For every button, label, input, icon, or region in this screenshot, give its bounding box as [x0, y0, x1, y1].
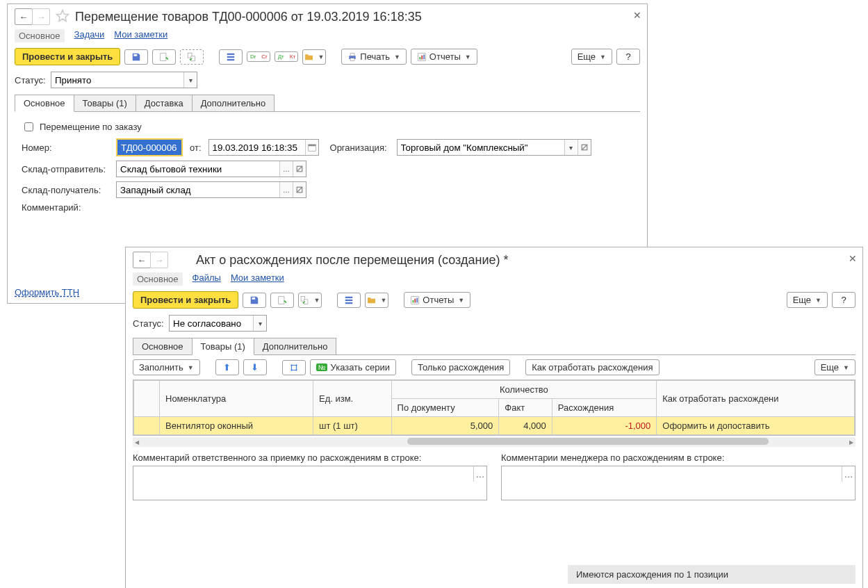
nav2-notes[interactable]: Мои заметки	[231, 272, 284, 286]
more-button-2[interactable]: Еще▼	[787, 292, 828, 308]
move-up-button[interactable]: ⬆	[215, 359, 239, 375]
favorite-icon[interactable]	[56, 9, 69, 25]
post-button[interactable]	[152, 49, 176, 65]
status-combo-2[interactable]: ▾	[169, 315, 267, 332]
cell-unit[interactable]: шт (1 шт)	[313, 417, 391, 435]
close-icon-2[interactable]: ✕	[849, 253, 857, 264]
svg-rect-6	[227, 56, 235, 57]
ttn-link[interactable]: Оформить ТТН	[15, 287, 79, 297]
col-diff[interactable]: Расхождения	[552, 399, 656, 417]
post-button-2[interactable]	[270, 293, 294, 308]
post-and-close-button-2[interactable]: Провести и закрыть	[133, 291, 238, 309]
close-icon[interactable]: ✕	[633, 10, 641, 21]
post-and-close-button[interactable]: Провести и закрыть	[15, 48, 120, 65]
date-input[interactable]	[209, 140, 305, 155]
help-button[interactable]: ?	[616, 49, 640, 65]
col-fact[interactable]: Факт	[499, 399, 552, 417]
only-diff-button[interactable]: Только расхождения	[411, 359, 510, 375]
save-button-2[interactable]	[243, 293, 266, 308]
receiver-combo[interactable]: …	[116, 181, 306, 198]
col-nomenclature[interactable]: Номенклатура	[160, 381, 313, 417]
attach-folder-button-2[interactable]: ▼	[365, 293, 388, 308]
date-combo[interactable]	[208, 139, 319, 156]
cell-fact[interactable]: 4,000	[499, 417, 552, 435]
reports-button[interactable]: Отчеты▼	[411, 49, 477, 65]
nav-main[interactable]: Основное	[15, 29, 65, 42]
nav-forward-button-2[interactable]: →	[150, 252, 168, 268]
col-qty[interactable]: Количество	[391, 381, 657, 399]
print-button[interactable]: Печать▼	[341, 49, 407, 65]
hscroll-thumb[interactable]	[407, 438, 769, 445]
drcr-icon[interactable]: DrCr	[247, 51, 270, 62]
org-combo[interactable]: ▾	[397, 139, 591, 156]
more-button[interactable]: Еще▼	[571, 49, 612, 65]
navlinks-2: Основное Файлы Мои заметки	[126, 270, 862, 290]
save-button[interactable]	[124, 49, 148, 65]
hscroll-left-icon[interactable]: ◀	[133, 438, 141, 446]
by-order-checkbox[interactable]	[24, 122, 33, 131]
cell-how[interactable]: Оформить и допоставить	[657, 417, 855, 435]
status-dropdown[interactable]: ▾	[183, 72, 197, 88]
sender-open-icon[interactable]	[293, 161, 306, 177]
status-combo[interactable]: ▾	[51, 72, 197, 88]
tab-main[interactable]: Основное	[15, 95, 74, 112]
receiver-input[interactable]	[117, 182, 279, 197]
nav-tasks[interactable]: Задачи	[74, 29, 105, 42]
status-dropdown-2[interactable]: ▾	[253, 316, 266, 331]
help-button-2[interactable]: ?	[832, 292, 855, 308]
nav-notes[interactable]: Мои заметки	[114, 29, 167, 42]
receiver-select-icon[interactable]: …	[279, 182, 293, 197]
tab2-additional[interactable]: Дополнительно	[254, 338, 337, 354]
cell-bydoc[interactable]: 5,000	[391, 417, 499, 435]
tab2-goods[interactable]: Товары (1)	[192, 338, 254, 355]
create-based-on-button[interactable]	[180, 49, 204, 65]
tab-goods[interactable]: Товары (1)	[74, 95, 136, 111]
tab2-main[interactable]: Основное	[133, 338, 193, 354]
org-input[interactable]	[398, 140, 564, 155]
create-based-on-button-2[interactable]: ▼	[298, 293, 322, 308]
mgr-comment-input[interactable]: …	[501, 466, 855, 500]
toolbar-1: Провести и закрыть DrCr ДтКт ▼ Печать▼ О…	[8, 47, 647, 70]
move-down-button[interactable]: ⬇	[243, 359, 267, 375]
spread-button[interactable]	[282, 360, 306, 375]
tab-delivery[interactable]: Доставка	[136, 95, 193, 111]
resp-comment-expand-icon[interactable]: …	[473, 466, 486, 482]
sender-select-icon[interactable]: …	[279, 161, 293, 177]
hscroll-right-icon[interactable]: ▶	[847, 438, 855, 446]
resp-comment-input[interactable]: …	[133, 466, 487, 500]
nav-back-button-2[interactable]: ←	[133, 252, 151, 268]
status-input-2[interactable]	[170, 316, 253, 331]
sender-label: Склад-отправитель:	[22, 164, 112, 174]
nav2-files[interactable]: Файлы	[193, 272, 221, 286]
fill-button[interactable]: Заполнить▼	[133, 359, 200, 375]
tab-additional[interactable]: Дополнительно	[192, 95, 275, 111]
nav2-main[interactable]: Основное	[133, 272, 183, 286]
table-hscroll[interactable]: ◀ ▶	[133, 437, 855, 447]
sender-input[interactable]	[117, 161, 279, 177]
org-open-icon[interactable]	[578, 140, 591, 155]
calendar-icon[interactable]	[305, 140, 318, 155]
status-input[interactable]	[51, 72, 183, 88]
how-handle-button[interactable]: Как отработать расхождения	[525, 359, 659, 375]
structure-button-2[interactable]	[337, 293, 361, 308]
number-input[interactable]	[116, 138, 183, 156]
table-row[interactable]: Вентилятор оконный шт (1 шт) 5,000 4,000…	[134, 417, 855, 435]
nav-forward-button[interactable]: →	[32, 8, 50, 25]
svg-rect-25	[345, 299, 353, 300]
structure-button[interactable]	[219, 49, 243, 65]
cell-nomenclature[interactable]: Вентилятор оконный	[160, 417, 313, 435]
cell-diff[interactable]: -1,000	[552, 417, 656, 435]
col-unit[interactable]: Ед. изм.	[313, 381, 391, 417]
nav-back-button[interactable]: ←	[15, 8, 33, 25]
receiver-open-icon[interactable]	[293, 182, 306, 197]
dtkt-icon[interactable]: ДтКт	[275, 51, 298, 62]
table-more-button[interactable]: Еще▼	[814, 359, 855, 375]
org-dropdown[interactable]: ▾	[564, 140, 578, 155]
series-button[interactable]: № Указать серии	[310, 359, 396, 375]
sender-combo[interactable]: …	[116, 161, 306, 177]
reports-button-2[interactable]: Отчеты▼	[404, 292, 470, 308]
col-how[interactable]: Как отработать расхождени	[657, 381, 855, 417]
mgr-comment-expand-icon[interactable]: …	[842, 466, 855, 482]
attach-folder-button[interactable]: ▼	[302, 49, 326, 65]
col-bydoc[interactable]: По документу	[391, 399, 499, 417]
